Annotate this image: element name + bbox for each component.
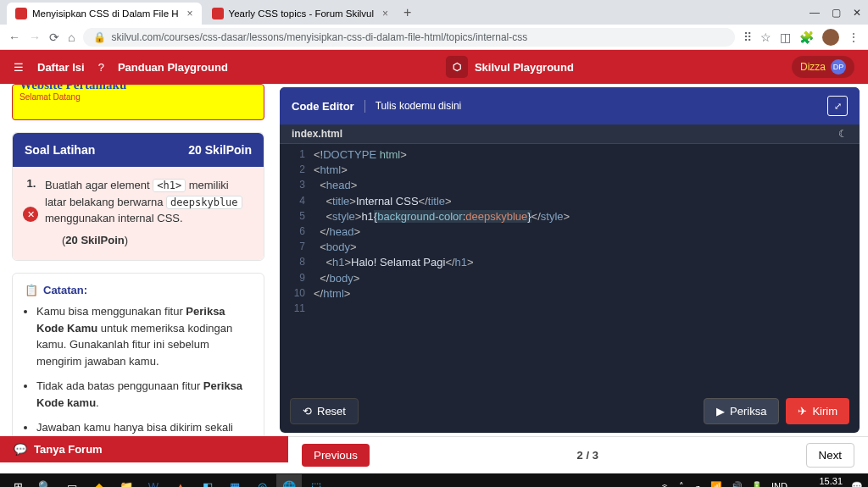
browser-tab[interactable]: Yearly CSS topics - Forum Skilvul × bbox=[203, 3, 398, 25]
hamburger-icon[interactable]: ☰ bbox=[14, 61, 24, 74]
exercise-points: 20 SkilPoin bbox=[188, 143, 252, 157]
translate-icon[interactable]: ⠿ bbox=[743, 30, 752, 44]
home-icon[interactable]: ⌂ bbox=[68, 30, 75, 44]
star-icon[interactable]: ☆ bbox=[760, 30, 771, 44]
word-icon[interactable]: W bbox=[141, 474, 166, 487]
preview-text: Selamat Datang bbox=[19, 92, 257, 102]
clock-time[interactable]: 15.31 bbox=[796, 476, 843, 486]
battery-icon[interactable]: 🔋 bbox=[751, 481, 763, 488]
app-icon[interactable]: ◎ bbox=[249, 474, 275, 487]
reload-icon[interactable]: ⟳ bbox=[49, 30, 59, 44]
close-icon[interactable]: × bbox=[187, 8, 193, 19]
folder-icon[interactable]: 📁 bbox=[114, 474, 139, 487]
previous-button[interactable]: Previous bbox=[302, 444, 370, 467]
user-name: Dizza bbox=[800, 61, 826, 73]
vlc-icon[interactable]: ▲ bbox=[168, 474, 193, 487]
new-tab-button[interactable]: + bbox=[403, 5, 411, 20]
notes-icon: 📋 bbox=[25, 284, 38, 296]
app-header: ☰ Daftar Isi ? Panduan Playground ⬡ Skil… bbox=[0, 50, 868, 84]
help-icon[interactable]: ? bbox=[98, 61, 104, 74]
taskview-icon[interactable]: ▭ bbox=[59, 474, 85, 487]
start-icon[interactable]: ⊞ bbox=[5, 474, 31, 487]
exercise-card: Soal Latihan 20 SkilPoin 1. ✕ Buatlah ag… bbox=[12, 132, 264, 261]
editor-subtitle: Tulis kodemu disini bbox=[376, 100, 462, 112]
play-icon: ▶ bbox=[716, 405, 725, 418]
forward-icon[interactable]: → bbox=[29, 30, 41, 44]
user-menu[interactable]: Dizza DP bbox=[792, 56, 854, 78]
app-icon[interactable]: ▦ bbox=[222, 474, 248, 487]
help-link[interactable]: Panduan Playground bbox=[118, 61, 228, 74]
url-text: skilvul.com/courses/css-dasar/lessons/me… bbox=[111, 31, 527, 43]
minimize-icon[interactable]: — bbox=[810, 7, 820, 19]
forum-button[interactable]: 💬 Tanya Forum bbox=[0, 436, 288, 462]
back-icon[interactable]: ← bbox=[8, 30, 20, 44]
preview-output: Website Pertamaku Selamat Datang bbox=[12, 84, 264, 120]
brand-logo-icon: ⬡ bbox=[446, 56, 468, 78]
forum-label: Tanya Forum bbox=[34, 443, 103, 456]
status-fail-icon: ✕ bbox=[23, 207, 38, 222]
tab-title: Yearly CSS topics - Forum Skilvul bbox=[229, 8, 375, 19]
reset-button[interactable]: ⟲Reset bbox=[290, 398, 359, 424]
toc-link[interactable]: Daftar Isi bbox=[37, 61, 85, 74]
address-bar[interactable]: 🔒 skilvul.com/courses/css-dasar/lessons/… bbox=[83, 28, 735, 47]
user-avatar-icon: DP bbox=[831, 59, 846, 75]
app-icon[interactable]: ◧ bbox=[195, 474, 220, 487]
note-item: Tidak ada batas penggunaan fitur Periksa… bbox=[36, 378, 252, 411]
browser-toolbar: ← → ⟳ ⌂ 🔒 skilvul.com/courses/css-dasar/… bbox=[0, 25, 868, 50]
maximize-icon[interactable]: ▢ bbox=[832, 7, 841, 19]
preview-heading: Website Pertamaku bbox=[19, 84, 257, 92]
app-icon[interactable]: ◆ bbox=[86, 474, 112, 487]
exercise-title: Soal Latihan bbox=[25, 143, 95, 157]
close-window-icon[interactable]: ✕ bbox=[853, 7, 861, 19]
profile-avatar[interactable] bbox=[822, 29, 839, 46]
next-button[interactable]: Next bbox=[806, 443, 854, 468]
browser-tab-active[interactable]: Menyisipkan CSS di Dalam File H × bbox=[7, 3, 202, 25]
tray-icon[interactable]: ᯤ bbox=[661, 481, 670, 487]
lock-icon: 🔒 bbox=[93, 31, 106, 43]
chevron-up-icon[interactable]: ˄ bbox=[679, 481, 684, 488]
code-area[interactable]: 1<!DOCTYPE html>2<html>3 <head>4 <title>… bbox=[280, 144, 860, 390]
chrome-icon[interactable]: 🌐 bbox=[276, 474, 302, 487]
submit-button[interactable]: ✈Kirim bbox=[786, 398, 849, 424]
tab-title: Menyisipkan CSS di Dalam File H bbox=[32, 8, 179, 19]
note-item: Kamu bisa menggunakan fitur Periksa Kode… bbox=[36, 303, 252, 369]
volume-icon[interactable]: 🔊 bbox=[731, 481, 743, 488]
wifi-icon[interactable]: 📶 bbox=[710, 481, 722, 488]
browser-tabstrip: Menyisipkan CSS di Dalam File H × Yearly… bbox=[0, 0, 868, 25]
windows-taskbar: ⊞ 🔍 ▭ ◆ 📁 W ▲ ◧ ▦ ◎ 🌐 ⬚ ᯤ ˄ ☁ 📶 🔊 🔋 IND … bbox=[0, 473, 868, 487]
task-description: Buatlah agar element <h1> memiliki latar… bbox=[45, 177, 252, 248]
favicon-icon bbox=[212, 8, 224, 19]
language-indicator[interactable]: IND bbox=[771, 481, 787, 487]
extension-icon[interactable]: ◫ bbox=[780, 30, 791, 44]
send-icon: ✈ bbox=[798, 405, 807, 418]
refresh-icon: ⟲ bbox=[303, 405, 312, 418]
favicon-icon bbox=[15, 8, 27, 19]
brand-title: Skilvul Playground bbox=[475, 61, 574, 74]
lesson-panel: Website Pertamaku Selamat Datang Soal La… bbox=[0, 84, 276, 436]
cloud-icon[interactable]: ☁ bbox=[693, 481, 702, 488]
notes-card: 📋Catatan: Kamu bisa menggunakan fitur Pe… bbox=[12, 273, 264, 436]
chat-icon: 💬 bbox=[14, 443, 27, 456]
puzzle-icon[interactable]: 🧩 bbox=[799, 30, 814, 44]
code-editor: Code Editor Tulis kodemu disini ⤢ index.… bbox=[280, 87, 860, 433]
note-item: Jawaban kamu hanya bisa dikirim sekali bbox=[36, 419, 252, 436]
theme-toggle-icon[interactable]: ☾ bbox=[838, 128, 848, 140]
close-icon[interactable]: × bbox=[382, 8, 388, 19]
search-icon[interactable]: 🔍 bbox=[32, 474, 58, 487]
notifications-icon[interactable]: 💬 bbox=[851, 481, 863, 488]
file-tab[interactable]: index.html bbox=[292, 128, 342, 140]
menu-icon[interactable]: ⋮ bbox=[848, 30, 860, 44]
notes-heading: Catatan: bbox=[43, 284, 87, 296]
app-icon[interactable]: ⬚ bbox=[303, 474, 329, 487]
editor-title: Code Editor bbox=[292, 100, 365, 113]
task-number: 1. bbox=[27, 177, 36, 190]
step-indicator: 2 / 3 bbox=[370, 449, 806, 462]
check-button[interactable]: ▶Periksa bbox=[704, 398, 779, 424]
expand-icon[interactable]: ⤢ bbox=[827, 96, 848, 116]
